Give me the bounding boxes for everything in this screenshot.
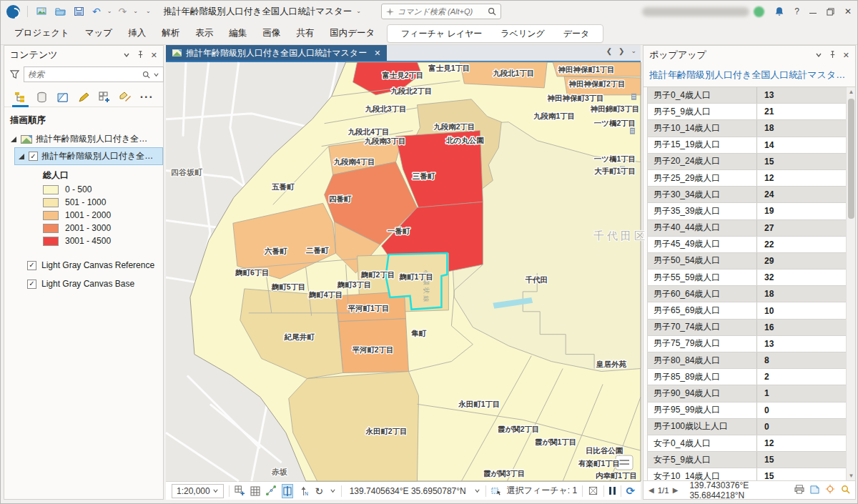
save-image-button[interactable] (35, 4, 49, 19)
close-pane-icon[interactable]: ✕ (843, 51, 849, 60)
refresh-button[interactable]: ⟳ (626, 485, 635, 498)
expand-triangle-icon[interactable] (11, 137, 16, 142)
command-search-input[interactable] (398, 7, 484, 16)
popup-row[interactable]: 男子70_74歳人口16 (648, 320, 846, 336)
contextual-tab-フィーチャ レイヤー[interactable]: フィーチャ レイヤー (392, 28, 491, 40)
popup-row[interactable]: 女子0_4歳人口12 (648, 435, 846, 452)
selection-tool-icon[interactable] (491, 484, 502, 498)
prev-feature-icon[interactable]: ◀ (649, 486, 654, 494)
pin-icon[interactable] (829, 49, 837, 61)
undo-button[interactable]: ↶ (91, 4, 102, 19)
tab-scroll-left-icon[interactable]: ❮ (606, 47, 612, 55)
popup-row[interactable]: 男子30_34歳人口24 (648, 187, 846, 203)
layer-visibility-checkbox[interactable]: ✓ (27, 261, 36, 270)
help-button[interactable]: ? (794, 6, 799, 16)
popup-feature-link[interactable]: 推計年齢階級別人口付き全国人口統計マスター -... (644, 64, 855, 87)
ribbon-tab-表示[interactable]: 表示 (187, 24, 221, 43)
pause-drawing-button[interactable] (609, 487, 616, 495)
print-icon[interactable] (794, 485, 804, 496)
ribbon-tab-挿入[interactable]: 挿入 (120, 24, 154, 43)
base-layer-item[interactable]: ✓ Light Gray Canvas Base (4, 275, 163, 293)
scrollbar-thumb[interactable] (848, 99, 854, 219)
scale-combo[interactable]: 1:20,000 (172, 484, 224, 498)
search-feature-icon[interactable] (841, 485, 850, 496)
open-project-button[interactable] (54, 4, 67, 19)
export-map-icon[interactable] (810, 485, 819, 496)
zoom-to-feature-icon[interactable] (825, 484, 835, 496)
project-title-chevron-icon[interactable]: ⌄ (356, 9, 361, 14)
more-options-button[interactable]: ··· (138, 88, 156, 107)
grid-add-button[interactable] (235, 484, 245, 498)
grid-button[interactable] (250, 484, 261, 498)
popup-row[interactable]: 男子35_39歳人口19 (648, 203, 846, 219)
popup-row[interactable]: 女子5_9歳人口15 (648, 452, 846, 468)
save-project-button[interactable] (72, 4, 86, 19)
scroll-down-icon[interactable]: ▼ (848, 473, 854, 479)
filter-icon[interactable] (10, 70, 19, 79)
customize-toolbar-chevron-icon[interactable]: ⌄ (146, 9, 151, 14)
snapping-toggle-button[interactable] (282, 484, 293, 498)
popup-row[interactable]: 男子100歳以上人口0 (648, 419, 846, 435)
popup-row[interactable]: 男子45_49歳人口22 (648, 237, 846, 253)
popup-row[interactable]: 男子95_99歳人口0 (648, 402, 846, 419)
chevron-down-icon[interactable] (153, 71, 159, 78)
contents-search[interactable] (24, 66, 164, 82)
command-search[interactable] (381, 4, 501, 19)
selected-features-count[interactable]: 選択フィーチャ: 1 (507, 485, 577, 497)
contextual-tab-データ[interactable]: データ (554, 28, 599, 40)
list-by-selection-button[interactable] (54, 88, 72, 107)
popup-row[interactable]: 男子5_9歳人口21 (648, 104, 846, 120)
ribbon-tab-画像[interactable]: 画像 (255, 24, 288, 43)
restore-button[interactable] (827, 8, 834, 16)
ribbon-tab-国内データ[interactable]: 国内データ (322, 24, 383, 43)
popup-row[interactable]: 男子0_4歳人口13 (648, 87, 846, 104)
reference-layer-item[interactable]: ✓ Light Gray Canvas Reference (4, 256, 163, 275)
layer-visibility-checkbox[interactable]: ✓ (29, 152, 38, 161)
popup-row[interactable]: 女子10_14歳人口15 (648, 468, 846, 480)
ribbon-tab-解析[interactable]: 解析 (154, 24, 187, 43)
ribbon-tab-編集[interactable]: 編集 (221, 24, 255, 43)
pane-menu-chevron-icon[interactable] (123, 49, 130, 61)
close-button[interactable]: ✕ (844, 6, 852, 16)
map-coordinates[interactable]: 139.7405634°E 35.6950787°N (350, 486, 466, 496)
popup-row[interactable]: 男子60_64歳人口18 (648, 286, 846, 302)
ribbon-tab-プロジェクト[interactable]: プロジェクト (6, 24, 77, 43)
pane-menu-chevron-icon[interactable] (815, 49, 822, 61)
expand-triangle-icon[interactable] (19, 154, 24, 159)
undo-dropdown-chevron-icon[interactable]: ⌄ (107, 9, 112, 14)
popup-row[interactable]: 男子15_19歳人口14 (648, 137, 846, 154)
map-tree-item[interactable]: 推計年齢階級別人口付き全国人口... (4, 131, 163, 147)
layer-visibility-checkbox[interactable]: ✓ (27, 280, 36, 289)
popup-row[interactable]: 男子10_14歳人口18 (648, 120, 846, 137)
contents-search-input[interactable] (28, 70, 139, 79)
popup-row[interactable]: 男子85_89歳人口2 (648, 369, 846, 385)
popup-row[interactable]: 男子65_69歳人口10 (648, 302, 846, 319)
avatar[interactable] (754, 6, 764, 17)
list-by-editing-button[interactable] (74, 88, 92, 107)
notifications-button[interactable] (774, 6, 784, 16)
ribbon-tab-マップ[interactable]: マップ (77, 24, 120, 43)
popup-row[interactable]: 男子50_54歳人口29 (648, 253, 846, 270)
chevron-down-icon[interactable] (474, 488, 480, 494)
map-canvas[interactable]: 心環状線 富士見2丁目富士見1丁目九段北1丁目神田神保町1丁目神田神保町2丁目神… (166, 61, 641, 481)
popup-row[interactable]: 男子20_24歳人口15 (648, 154, 846, 170)
popup-row[interactable]: 男子40_44歳人口27 (648, 220, 846, 237)
contextual-tab-ラベリング[interactable]: ラベリング (491, 28, 553, 40)
north-arrow-button[interactable]: N (298, 484, 309, 498)
popup-row[interactable]: 男子25_29歳人口12 (648, 170, 846, 187)
active-map-tab[interactable]: 推計年齢階級別人口付き全国人口統計マスター ✕ (166, 45, 387, 61)
close-tab-icon[interactable]: ✕ (374, 49, 380, 58)
rotate-button[interactable]: ↻ (314, 484, 325, 498)
list-by-data-source-button[interactable] (32, 88, 50, 107)
tab-list-chevron-icon[interactable]: ⌄ (631, 47, 636, 55)
list-by-snapping-button[interactable] (96, 88, 114, 107)
close-pane-icon[interactable]: ✕ (151, 51, 157, 60)
layer-tree-item-selected[interactable]: ✓ 推計年齢階級別人口付き全国人口... (14, 147, 163, 165)
popup-row[interactable]: 男子55_59歳人口32 (648, 270, 846, 286)
chevron-down-icon[interactable] (330, 488, 336, 494)
popup-row[interactable]: 男子75_79歳人口13 (648, 336, 846, 352)
redo-dropdown-chevron-icon[interactable]: ⌄ (133, 9, 138, 14)
list-by-labeling-button[interactable] (117, 88, 134, 107)
list-by-drawing-order-button[interactable] (11, 88, 29, 107)
scroll-up-icon[interactable]: ▲ (848, 89, 854, 95)
